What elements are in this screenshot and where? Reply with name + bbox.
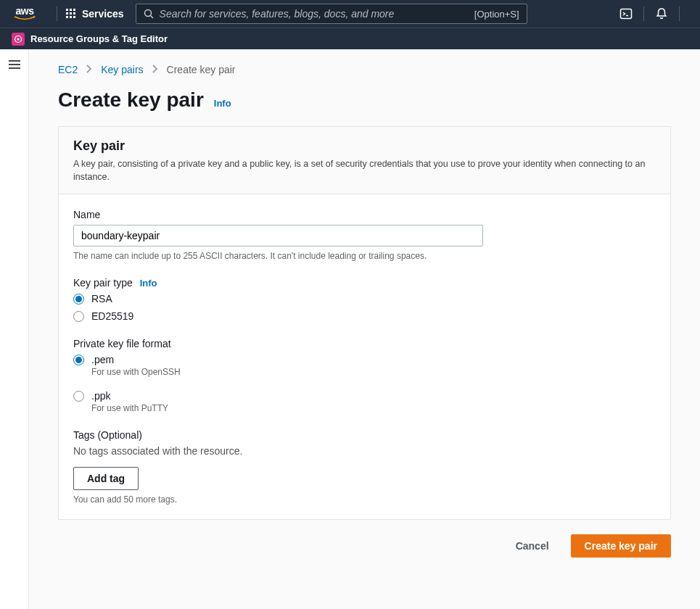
search-bar[interactable]: [Option+S] <box>136 4 527 24</box>
svg-point-14 <box>17 38 20 40</box>
top-nav: aws Services [Option+S] <box>0 0 700 28</box>
tags-empty-text: No tags associated with the resource. <box>73 445 656 457</box>
radio-label: ED25519 <box>91 310 133 322</box>
radio-icon <box>73 355 84 365</box>
radio-sublabel: For use with OpenSSH <box>91 367 181 377</box>
radio-pem[interactable]: .pem For use with OpenSSH <box>73 354 656 377</box>
left-rail <box>0 49 29 609</box>
services-label: Services <box>82 8 124 20</box>
svg-rect-8 <box>73 16 75 18</box>
bell-icon[interactable] <box>653 7 670 20</box>
svg-rect-7 <box>70 16 72 18</box>
footer-actions: Cancel Create key pair <box>58 534 671 558</box>
svg-rect-6 <box>66 16 68 18</box>
svg-rect-11 <box>621 9 632 19</box>
radio-ppk[interactable]: .ppk For use with PuTTY <box>73 390 656 413</box>
radio-label: .ppk <box>91 390 168 402</box>
svg-point-9 <box>144 10 151 17</box>
type-label: Key pair type <box>73 277 133 289</box>
search-icon <box>144 9 154 19</box>
resource-groups-label[interactable]: Resource Groups & Tag Editor <box>30 33 168 44</box>
page-title: Create key pair <box>58 88 204 112</box>
tags-label: Tags (Optional) <box>73 429 656 441</box>
format-label: Private key file format <box>73 338 656 349</box>
resource-groups-icon <box>12 33 25 46</box>
keypair-panel: Key pair A key pair, consisting of a pri… <box>58 126 671 520</box>
svg-rect-3 <box>66 12 68 14</box>
name-label: Name <box>73 209 656 220</box>
breadcrumb: EC2 Key pairs Create key pair <box>58 64 671 75</box>
radio-label: .pem <box>91 354 181 365</box>
services-button[interactable]: Services <box>66 8 124 20</box>
cancel-button[interactable]: Cancel <box>503 534 562 558</box>
tags-hint: You can add 50 more tags. <box>73 494 656 505</box>
breadcrumb-keypairs[interactable]: Key pairs <box>101 64 143 75</box>
chevron-right-icon <box>86 64 92 75</box>
radio-icon <box>73 294 84 304</box>
breadcrumb-current: Create key pair <box>167 64 236 75</box>
svg-rect-0 <box>66 9 68 11</box>
main-content: EC2 Key pairs Create key pair Create key… <box>29 49 700 609</box>
panel-title: Key pair <box>73 138 656 154</box>
add-tag-button[interactable]: Add tag <box>73 467 139 490</box>
info-link[interactable]: Info <box>214 98 231 109</box>
svg-rect-5 <box>73 12 75 14</box>
radio-label: RSA <box>91 293 112 304</box>
divider <box>679 7 680 21</box>
type-info-link[interactable]: Info <box>140 278 157 289</box>
divider <box>643 7 644 21</box>
svg-rect-2 <box>73 9 75 11</box>
create-keypair-button[interactable]: Create key pair <box>571 534 671 558</box>
menu-icon[interactable] <box>9 59 20 609</box>
svg-line-10 <box>150 16 153 19</box>
name-hint: The name can include up to 255 ASCII cha… <box>73 251 656 261</box>
radio-ed25519[interactable]: ED25519 <box>73 310 656 322</box>
aws-logo[interactable]: aws <box>12 6 38 22</box>
sub-nav: Resource Groups & Tag Editor <box>0 28 700 49</box>
radio-rsa[interactable]: RSA <box>73 293 656 304</box>
cloudshell-icon[interactable] <box>617 7 635 20</box>
chevron-right-icon <box>152 64 158 75</box>
grid-icon <box>66 9 76 19</box>
panel-description: A key pair, consisting of a private key … <box>73 158 656 183</box>
radio-icon <box>73 391 84 402</box>
svg-rect-4 <box>70 12 72 14</box>
search-input[interactable] <box>160 8 469 20</box>
search-hint: [Option+S] <box>474 9 519 20</box>
radio-icon <box>73 311 84 322</box>
divider <box>57 7 57 21</box>
breadcrumb-ec2[interactable]: EC2 <box>58 64 78 75</box>
svg-rect-1 <box>70 9 72 11</box>
radio-sublabel: For use with PuTTY <box>91 403 168 413</box>
name-input[interactable] <box>73 225 483 246</box>
